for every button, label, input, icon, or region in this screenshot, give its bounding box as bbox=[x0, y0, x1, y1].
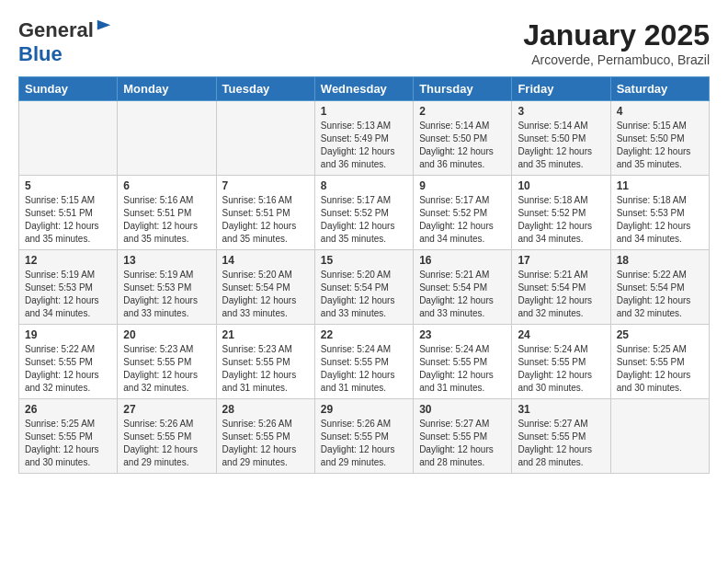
day-number: 10 bbox=[518, 179, 604, 192]
day-number: 9 bbox=[419, 179, 506, 192]
day-info: Sunrise: 5:18 AMSunset: 5:52 PMDaylight:… bbox=[518, 194, 604, 246]
day-info: Sunrise: 5:26 AMSunset: 5:55 PMDaylight:… bbox=[222, 418, 309, 469]
day-info: Sunrise: 5:17 AMSunset: 5:52 PMDaylight:… bbox=[321, 194, 407, 246]
logo-blue-text: Blue bbox=[18, 42, 63, 66]
calendar-cell-3-0: 19Sunrise: 5:22 AMSunset: 5:55 PMDayligh… bbox=[19, 325, 118, 399]
week-row-3: 12Sunrise: 5:19 AMSunset: 5:53 PMDayligh… bbox=[19, 250, 710, 325]
day-number: 30 bbox=[419, 403, 506, 416]
calendar-cell-1-3: 8Sunrise: 5:17 AMSunset: 5:52 PMDaylight… bbox=[314, 176, 413, 250]
day-number: 17 bbox=[518, 254, 604, 267]
calendar-header-row: Sunday Monday Tuesday Wednesday Thursday… bbox=[19, 77, 710, 101]
day-number: 6 bbox=[123, 179, 210, 192]
calendar-cell-0-5: 3Sunrise: 5:14 AMSunset: 5:50 PMDaylight… bbox=[512, 101, 610, 176]
logo-flag-icon bbox=[96, 18, 112, 35]
day-number: 24 bbox=[518, 328, 604, 341]
calendar-cell-0-1 bbox=[118, 101, 216, 176]
day-number: 7 bbox=[222, 179, 309, 192]
day-number: 3 bbox=[518, 105, 604, 118]
calendar-cell-0-3: 1Sunrise: 5:13 AMSunset: 5:49 PMDaylight… bbox=[314, 101, 413, 176]
calendar-cell-1-1: 6Sunrise: 5:16 AMSunset: 5:51 PMDaylight… bbox=[118, 176, 216, 250]
calendar-cell-2-3: 15Sunrise: 5:20 AMSunset: 5:54 PMDayligh… bbox=[314, 250, 413, 325]
calendar-cell-0-0 bbox=[19, 101, 118, 176]
day-info: Sunrise: 5:25 AMSunset: 5:55 PMDaylight:… bbox=[25, 418, 111, 469]
day-info: Sunrise: 5:19 AMSunset: 5:53 PMDaylight:… bbox=[123, 269, 210, 320]
day-info: Sunrise: 5:25 AMSunset: 5:55 PMDaylight:… bbox=[617, 343, 703, 395]
col-monday: Monday bbox=[118, 77, 216, 101]
day-info: Sunrise: 5:20 AMSunset: 5:54 PMDaylight:… bbox=[222, 269, 309, 320]
day-info: Sunrise: 5:23 AMSunset: 5:55 PMDaylight:… bbox=[123, 343, 210, 395]
col-wednesday: Wednesday bbox=[314, 77, 413, 101]
col-friday: Friday bbox=[512, 77, 610, 101]
day-info: Sunrise: 5:17 AMSunset: 5:52 PMDaylight:… bbox=[419, 194, 506, 246]
day-number: 29 bbox=[321, 403, 407, 416]
col-tuesday: Tuesday bbox=[216, 77, 314, 101]
col-saturday: Saturday bbox=[610, 77, 709, 101]
calendar-cell-2-2: 14Sunrise: 5:20 AMSunset: 5:54 PMDayligh… bbox=[216, 250, 314, 325]
day-number: 20 bbox=[123, 328, 210, 341]
day-info: Sunrise: 5:27 AMSunset: 5:55 PMDaylight:… bbox=[419, 418, 506, 469]
day-info: Sunrise: 5:22 AMSunset: 5:55 PMDaylight:… bbox=[25, 343, 111, 395]
calendar-cell-4-0: 26Sunrise: 5:25 AMSunset: 5:55 PMDayligh… bbox=[19, 399, 118, 474]
day-number: 21 bbox=[222, 328, 309, 341]
day-info: Sunrise: 5:26 AMSunset: 5:55 PMDaylight:… bbox=[321, 418, 407, 469]
day-number: 18 bbox=[617, 254, 703, 267]
day-number: 1 bbox=[321, 105, 407, 118]
calendar-cell-4-3: 29Sunrise: 5:26 AMSunset: 5:55 PMDayligh… bbox=[314, 399, 413, 474]
day-info: Sunrise: 5:15 AMSunset: 5:51 PMDaylight:… bbox=[25, 194, 111, 246]
day-number: 19 bbox=[25, 328, 111, 341]
day-info: Sunrise: 5:23 AMSunset: 5:55 PMDaylight:… bbox=[222, 343, 309, 395]
day-info: Sunrise: 5:18 AMSunset: 5:53 PMDaylight:… bbox=[617, 194, 703, 246]
day-info: Sunrise: 5:21 AMSunset: 5:54 PMDaylight:… bbox=[419, 269, 506, 320]
week-row-2: 5Sunrise: 5:15 AMSunset: 5:51 PMDaylight… bbox=[19, 176, 710, 250]
day-info: Sunrise: 5:22 AMSunset: 5:54 PMDaylight:… bbox=[617, 269, 703, 320]
calendar-cell-4-4: 30Sunrise: 5:27 AMSunset: 5:55 PMDayligh… bbox=[414, 399, 512, 474]
day-number: 8 bbox=[321, 179, 407, 192]
day-number: 27 bbox=[123, 403, 210, 416]
day-info: Sunrise: 5:16 AMSunset: 5:51 PMDaylight:… bbox=[123, 194, 210, 246]
week-row-5: 26Sunrise: 5:25 AMSunset: 5:55 PMDayligh… bbox=[19, 399, 710, 474]
logo: General Blue bbox=[18, 18, 112, 66]
calendar-cell-1-5: 10Sunrise: 5:18 AMSunset: 5:52 PMDayligh… bbox=[512, 176, 610, 250]
day-info: Sunrise: 5:24 AMSunset: 5:55 PMDaylight:… bbox=[518, 343, 604, 395]
week-row-4: 19Sunrise: 5:22 AMSunset: 5:55 PMDayligh… bbox=[19, 325, 710, 399]
day-number: 15 bbox=[321, 254, 407, 267]
calendar-cell-2-0: 12Sunrise: 5:19 AMSunset: 5:53 PMDayligh… bbox=[19, 250, 118, 325]
logo-general-text: General bbox=[18, 18, 94, 42]
calendar-cell-3-4: 23Sunrise: 5:24 AMSunset: 5:55 PMDayligh… bbox=[414, 325, 512, 399]
col-sunday: Sunday bbox=[19, 77, 118, 101]
month-title: January 2025 bbox=[523, 18, 710, 52]
day-info: Sunrise: 5:26 AMSunset: 5:55 PMDaylight:… bbox=[123, 418, 210, 469]
calendar-cell-0-2 bbox=[216, 101, 314, 176]
calendar-cell-1-0: 5Sunrise: 5:15 AMSunset: 5:51 PMDaylight… bbox=[19, 176, 118, 250]
calendar-cell-3-1: 20Sunrise: 5:23 AMSunset: 5:55 PMDayligh… bbox=[118, 325, 216, 399]
calendar-cell-3-5: 24Sunrise: 5:24 AMSunset: 5:55 PMDayligh… bbox=[512, 325, 610, 399]
location-subtitle: Arcoverde, Pernambuco, Brazil bbox=[523, 52, 710, 67]
col-thursday: Thursday bbox=[414, 77, 512, 101]
day-info: Sunrise: 5:21 AMSunset: 5:54 PMDaylight:… bbox=[518, 269, 604, 320]
day-number: 11 bbox=[617, 179, 703, 192]
calendar-cell-2-1: 13Sunrise: 5:19 AMSunset: 5:53 PMDayligh… bbox=[118, 250, 216, 325]
day-info: Sunrise: 5:24 AMSunset: 5:55 PMDaylight:… bbox=[321, 343, 407, 395]
day-number: 14 bbox=[222, 254, 309, 267]
day-info: Sunrise: 5:14 AMSunset: 5:50 PMDaylight:… bbox=[518, 120, 604, 171]
calendar-cell-1-2: 7Sunrise: 5:16 AMSunset: 5:51 PMDaylight… bbox=[216, 176, 314, 250]
calendar-cell-0-4: 2Sunrise: 5:14 AMSunset: 5:50 PMDaylight… bbox=[414, 101, 512, 176]
calendar-cell-3-2: 21Sunrise: 5:23 AMSunset: 5:55 PMDayligh… bbox=[216, 325, 314, 399]
week-row-1: 1Sunrise: 5:13 AMSunset: 5:49 PMDaylight… bbox=[19, 101, 710, 176]
calendar-cell-4-6 bbox=[610, 399, 709, 474]
day-number: 16 bbox=[419, 254, 506, 267]
day-number: 31 bbox=[518, 403, 604, 416]
calendar-cell-4-1: 27Sunrise: 5:26 AMSunset: 5:55 PMDayligh… bbox=[118, 399, 216, 474]
day-number: 22 bbox=[321, 328, 407, 341]
day-number: 26 bbox=[25, 403, 111, 416]
day-number: 5 bbox=[25, 179, 111, 192]
page-header: General Blue January 2025 Arcoverde, Per… bbox=[18, 18, 710, 67]
svg-marker-0 bbox=[97, 20, 110, 30]
day-number: 13 bbox=[123, 254, 210, 267]
calendar-cell-3-3: 22Sunrise: 5:24 AMSunset: 5:55 PMDayligh… bbox=[314, 325, 413, 399]
day-info: Sunrise: 5:20 AMSunset: 5:54 PMDaylight:… bbox=[321, 269, 407, 320]
calendar-cell-4-2: 28Sunrise: 5:26 AMSunset: 5:55 PMDayligh… bbox=[216, 399, 314, 474]
calendar-cell-2-6: 18Sunrise: 5:22 AMSunset: 5:54 PMDayligh… bbox=[610, 250, 709, 325]
day-info: Sunrise: 5:15 AMSunset: 5:50 PMDaylight:… bbox=[617, 120, 703, 171]
day-info: Sunrise: 5:27 AMSunset: 5:55 PMDaylight:… bbox=[518, 418, 604, 469]
